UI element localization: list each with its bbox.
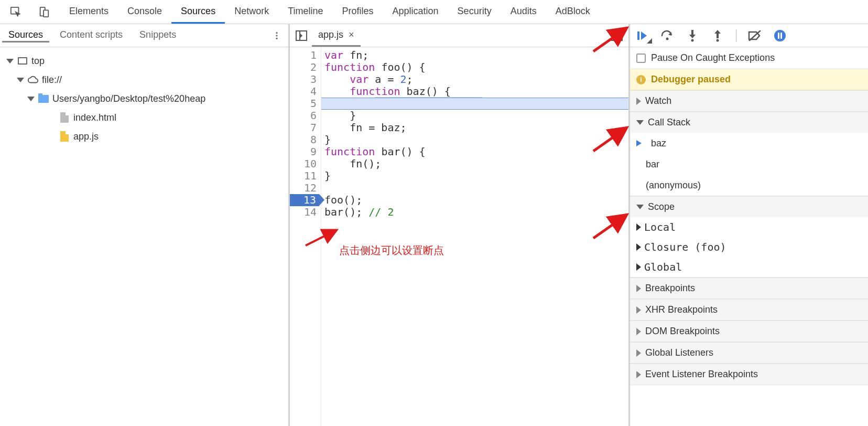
scope-entry[interactable]: Closure (foo) [630,237,868,257]
section-label: XHR Breakpoints [645,304,718,315]
scope-entry[interactable]: Global [630,257,868,277]
top-tab-application[interactable]: Application [383,0,448,24]
navigator-tab-content-scripts[interactable]: Content scripts [51,29,131,42]
call-stack-frame[interactable]: baz [630,133,868,154]
gutter-line[interactable]: 8 [290,134,317,146]
tree-origin[interactable]: file:// [2,70,286,89]
gutter-line[interactable]: 3 [290,73,317,86]
device-mode-icon[interactable] [36,4,52,20]
top-tab-adblock[interactable]: AdBlock [546,0,600,24]
checkbox[interactable] [636,54,646,63]
tree-folder[interactable]: Users/yangbo/Desktop/test%20heap [2,89,286,108]
gutter-line[interactable]: 7 [290,122,317,134]
resume-icon[interactable] [635,29,649,42]
call-stack-label: baz [651,138,666,149]
gutter-line[interactable]: 12 [290,182,317,194]
annotation-arrow [590,124,630,155]
code-line: function baz() { [324,86,628,98]
code-line: fn = baz; [324,122,628,134]
section-scope[interactable]: Scope [630,196,868,217]
svg-point-4 [276,35,277,36]
call-stack-label: (anonymous) [646,180,701,191]
gutter-line[interactable]: 14 [290,206,317,218]
pause-exceptions-icon[interactable] [773,29,787,42]
tree-label: app.js [73,131,99,142]
line-gutter[interactable]: 1234567891011121314 [290,47,321,426]
gutter-line[interactable]: 10 [290,158,317,170]
gutter-line[interactable]: 13 [290,194,317,206]
svg-point-3 [276,32,277,34]
gutter-line[interactable]: 6 [290,110,317,122]
editor-file-tab-label: app.js [318,29,343,40]
section-breakpoints[interactable]: Breakpoints [630,278,868,299]
cloud-icon [27,74,39,86]
svg-rect-15 [717,33,719,38]
breakpoint-marker[interactable]: 13 [290,194,319,206]
svg-rect-19 [778,33,779,39]
section-watch[interactable]: Watch [630,90,868,111]
gutter-line[interactable]: 9 [290,146,317,158]
scope-entry[interactable]: Local [630,217,868,237]
code-line: } [324,110,628,122]
tree-frame-top[interactable]: top [2,51,286,70]
toggle-navigator-icon[interactable] [293,27,310,44]
section-dom-breakpoints[interactable]: DOM Breakpoints [630,321,868,342]
gutter-line[interactable]: 2 [290,61,317,73]
inspect-element-icon[interactable] [7,4,24,20]
section-call-stack[interactable]: Call Stack [630,112,868,133]
code-editor[interactable]: 1234567891011121314 var fn;function foo(… [290,47,628,426]
call-stack-label: bar [646,159,659,170]
section-xhr-breakpoints[interactable]: XHR Breakpoints [630,299,868,320]
top-tab-sources[interactable]: Sources [171,0,225,24]
svg-rect-13 [691,30,693,35]
folder-icon [38,93,49,104]
tree-file-js[interactable]: app.js [2,127,286,146]
debugger-panel: Pause On Caught Exceptions i Debugger pa… [630,24,868,426]
navigator-tab-strip: SourcesContent scriptsSnippets [0,24,288,47]
step-out-icon[interactable] [711,29,724,42]
gutter-line[interactable]: 11 [290,170,317,182]
code-area[interactable]: var fn;function foo() { var a = 2; funct… [321,47,628,426]
section-event-listener-breakpoints[interactable]: Event Listener Breakpoints [630,364,868,385]
file-icon [59,112,70,123]
deactivate-breakpoints-icon[interactable] [748,29,762,42]
gutter-line[interactable]: 4 [290,86,317,98]
top-tab-security[interactable]: Security [448,0,501,24]
pause-on-caught-row[interactable]: Pause On Caught Exceptions [630,47,868,69]
step-over-icon[interactable] [660,29,674,42]
navigator-tab-snippets[interactable]: Snippets [131,29,185,42]
tree-label: Users/yangbo/Desktop/test%20heap [52,93,205,104]
devtools-tab-strip: ElementsConsoleSourcesNetworkTimelinePro… [60,0,600,24]
svg-point-16 [717,39,719,41]
section-global-listeners[interactable]: Global Listeners [630,342,868,363]
code-line: function bar() { [324,146,628,158]
more-icon[interactable] [268,27,285,44]
section-label: Event Listener Breakpoints [645,369,758,380]
gutter-line[interactable]: 1 [290,49,317,61]
top-tab-profiles[interactable]: Profiles [333,0,383,24]
editor-file-tab[interactable]: app.js × [312,24,361,47]
top-tab-console[interactable]: Console [118,0,171,24]
devtools-top-bar: ElementsConsoleSourcesNetworkTimelinePro… [0,0,868,24]
code-line: function foo() { [324,61,628,73]
call-stack-frame[interactable]: (anonymous) [630,175,868,196]
top-tab-elements[interactable]: Elements [60,0,118,24]
navigator-tab-sources[interactable]: Sources [0,29,51,42]
top-tab-timeline[interactable]: Timeline [278,0,332,24]
call-stack-frame[interactable]: bar [630,154,868,175]
expand-icon [636,223,641,231]
file-tree: top file:// Users/yangbo/Desktop/test%20… [0,47,288,426]
frame-icon [17,55,28,67]
gutter-line[interactable]: 5 [290,98,317,110]
code-line: } [324,170,628,182]
svg-line-23 [593,216,625,238]
file-icon [59,131,70,142]
debugger-status: i Debugger paused [630,69,868,90]
step-into-icon[interactable] [686,29,699,42]
tree-file-html[interactable]: index.html [2,108,286,127]
top-tab-network[interactable]: Network [225,0,278,24]
close-icon[interactable]: × [349,29,354,40]
svg-rect-11 [637,31,639,40]
scope-label: Closure (foo) [644,241,726,253]
top-tab-audits[interactable]: Audits [501,0,546,24]
